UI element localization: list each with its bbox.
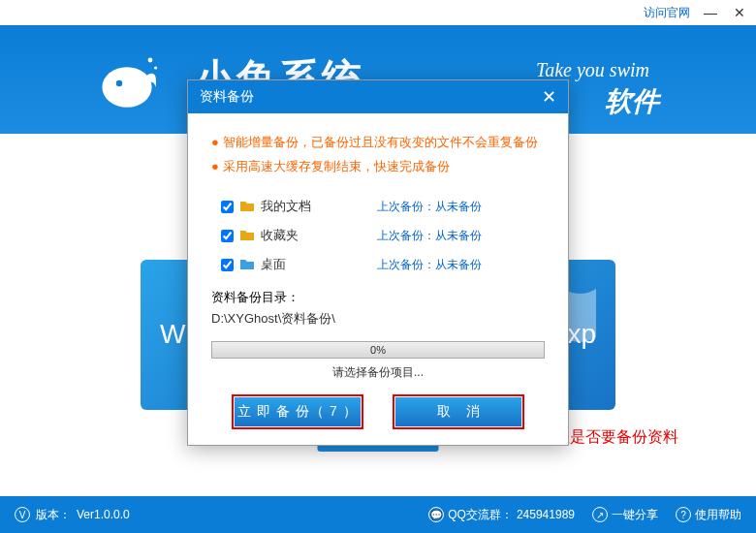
backup-now-button[interactable]: 立 即 备 份（ 7 ）: [235, 397, 361, 426]
share-label: 一键分享: [612, 507, 658, 523]
svg-point-3: [154, 66, 157, 69]
chat-icon: 💬: [428, 507, 444, 522]
backup-item-list: 我的文档上次备份：从未备份收藏夹上次备份：从未备份桌面上次备份：从未备份: [221, 192, 545, 279]
help-icon: ?: [676, 507, 691, 522]
dialog-title: 资料备份: [200, 88, 254, 106]
qq-group-label: QQ交流群：: [448, 507, 513, 523]
dialog-header: 资料备份 ✕: [188, 80, 568, 113]
backup-dir-path: D:\XYGhost\资料备份\: [211, 310, 545, 328]
share-icon: ↗: [592, 507, 608, 522]
highlight-box: 取 消: [393, 394, 524, 429]
dialog-tips: ●智能增量备份，已备份过且没有改变的文件不会重复备份 ●采用高速大缓存复制结束，…: [211, 131, 545, 178]
backup-dialog: 资料备份 ✕ ●智能增量备份，已备份过且没有改变的文件不会重复备份 ●采用高速大…: [187, 79, 569, 446]
backup-item-row: 我的文档上次备份：从未备份: [221, 192, 545, 221]
titlebar: 访问官网 — ✕: [0, 0, 756, 25]
version-label: 版本：: [36, 507, 71, 523]
tip-text: 采用高速大缓存复制结束，快速完成备份: [223, 159, 450, 173]
backup-dir-label: 资料备份目录：: [211, 289, 545, 306]
brand-suffix: 软件: [605, 83, 659, 120]
fish-logo-icon: [92, 45, 170, 122]
last-backup-text: 上次备份：从未备份: [377, 228, 482, 244]
dialog-close-button[interactable]: ✕: [542, 86, 556, 108]
backup-item-checkbox[interactable]: [221, 201, 234, 213]
svg-point-0: [102, 67, 151, 108]
backup-item-label: 桌面: [261, 256, 338, 273]
annotation-text: 您是否要备份资料: [554, 427, 678, 448]
backup-item-checkbox[interactable]: [221, 230, 234, 242]
folder-icon: [239, 257, 255, 272]
svg-point-1: [116, 80, 122, 86]
backup-item-label: 我的文档: [261, 198, 338, 215]
progress-bar: 0%: [211, 341, 545, 359]
backup-item-row: 桌面上次备份：从未备份: [221, 250, 545, 279]
folder-icon: [239, 228, 255, 243]
version-value: Ver1.0.0.0: [77, 508, 130, 521]
tagline: Take you swim: [536, 59, 649, 81]
last-backup-text: 上次备份：从未备份: [377, 257, 482, 273]
close-button[interactable]: ✕: [731, 4, 748, 21]
minimize-button[interactable]: —: [702, 4, 719, 21]
cancel-button[interactable]: 取 消: [395, 397, 521, 426]
qq-group-link[interactable]: 💬 QQ交流群： 245941989: [428, 507, 575, 523]
qq-group-value: 245941989: [517, 508, 575, 521]
tip-text: 智能增量备份，已备份过且没有改变的文件不会重复备份: [223, 135, 538, 149]
help-label: 使用帮助: [695, 507, 741, 523]
backup-item-row: 收藏夹上次备份：从未备份: [221, 221, 545, 250]
last-backup-text: 上次备份：从未备份: [377, 199, 482, 215]
status-bar: V 版本： Ver1.0.0.0 💬 QQ交流群： 245941989 ↗ 一键…: [0, 496, 756, 533]
progress-percent: 0%: [370, 344, 386, 356]
official-site-link[interactable]: 访问官网: [644, 5, 690, 21]
version-icon: V: [15, 507, 30, 522]
share-link[interactable]: ↗ 一键分享: [592, 507, 658, 523]
backup-item-checkbox[interactable]: [221, 259, 234, 271]
progress-hint: 请选择备份项目...: [211, 364, 545, 381]
backup-item-label: 收藏夹: [261, 227, 338, 244]
svg-point-2: [148, 58, 153, 63]
highlight-box: 立 即 备 份（ 7 ）: [232, 394, 363, 429]
folder-icon: [239, 199, 255, 214]
help-link[interactable]: ? 使用帮助: [676, 507, 741, 523]
